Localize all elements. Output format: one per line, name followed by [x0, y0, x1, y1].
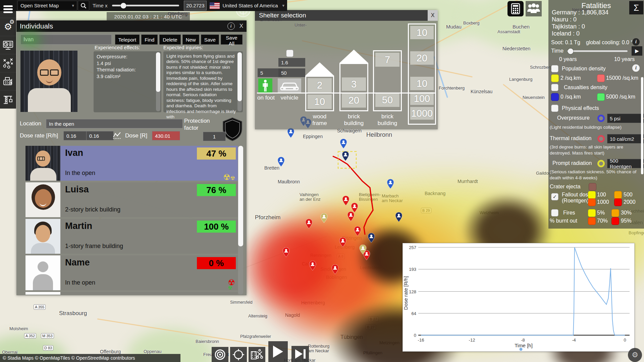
vehicle-speed-high-field[interactable]: 50 [278, 68, 305, 77]
prompt-select[interactable]: 500 Roentgen▾ [607, 159, 644, 168]
floor-cell[interactable]: 10 [410, 77, 434, 90]
statistics-button[interactable] [0, 36, 16, 54]
person-map-pin[interactable] [339, 237, 346, 247]
person-map-pin[interactable] [309, 261, 316, 271]
sum-button[interactable]: Σ [629, 1, 643, 14]
dose-chart-icon[interactable] [112, 131, 122, 140]
fires-checkbox[interactable] [551, 209, 558, 217]
teleport-button[interactable]: Teleport [115, 35, 140, 45]
skip-to-end-button[interactable] [291, 346, 309, 362]
scrollbar[interactable] [237, 52, 242, 111]
person-map-pin[interactable] [347, 212, 355, 222]
locate-button[interactable] [230, 347, 247, 362]
thermal-select[interactable]: 10 cal/cm2▾ [607, 134, 644, 143]
protection-factor-field[interactable]: 1 [203, 132, 226, 141]
fallout-2000-label: 2000 [624, 199, 636, 205]
person-map-pin[interactable] [340, 139, 347, 149]
list-scrollbar[interactable] [238, 146, 243, 295]
person-map-pin[interactable] [354, 226, 361, 236]
find-button[interactable]: Find [141, 35, 158, 45]
dose-field[interactable]: 430.01 [152, 131, 180, 140]
floor-cell[interactable]: 3 [342, 77, 366, 91]
person-map-pin[interactable] [342, 196, 350, 206]
time-multiplier-slider-handle[interactable] [121, 3, 126, 8]
dose-rate-field-2[interactable]: 0.16 [86, 131, 114, 140]
list-item-ivan[interactable]: Ivan In the open 47 % ☢☢ [25, 146, 238, 181]
floor-cell[interactable]: 7 [375, 53, 399, 67]
pedestrian-icon [261, 79, 269, 92]
sidebar-scrollbar[interactable] [641, 77, 643, 174]
close-button[interactable]: X [239, 23, 243, 29]
floor-cell[interactable]: 2 [308, 78, 332, 93]
person-map-pin[interactable] [305, 219, 313, 229]
list-scrollbar-thumb[interactable] [238, 146, 243, 246]
vehicle-checkbox[interactable] [286, 50, 293, 57]
vehicle-option[interactable] [278, 78, 301, 93]
population-density-checkbox[interactable] [551, 65, 558, 72]
person-map-pin[interactable] [342, 151, 349, 161]
construction-button[interactable] [0, 90, 16, 109]
population-button[interactable] [526, 1, 542, 16]
person-map-pin[interactable] [287, 128, 294, 138]
time-multiplier-value[interactable]: 20.2723 [184, 1, 207, 10]
basement-cell[interactable]: 50 [375, 93, 399, 107]
basement-cell[interactable]: 1000 [410, 107, 434, 120]
overpressure-select[interactable]: 5 psi▾ [607, 114, 644, 123]
person-map-pin[interactable] [359, 245, 367, 255]
search-button[interactable] [78, 1, 89, 10]
location-input[interactable] [46, 119, 183, 128]
list-item-luisa[interactable]: Luisa 2-story brick building 76 % [25, 182, 238, 217]
move-button[interactable]: Move [20, 35, 40, 45]
floor-cell[interactable]: 10 [410, 26, 434, 39]
person-map-pin[interactable] [387, 179, 394, 189]
info-icon[interactable]: i [632, 38, 640, 46]
physical-effects-checkbox[interactable] [551, 105, 558, 112]
time-multiplier-slider[interactable] [112, 5, 179, 6]
save-all-button[interactable]: Save All [221, 35, 243, 45]
list-item-unnamed[interactable]: Name In the open 0 % ☢☢ [25, 255, 238, 290]
person-map-pin[interactable] [320, 213, 328, 223]
person-map-pin[interactable] [331, 264, 339, 275]
clip-cut-button[interactable] [249, 347, 265, 362]
list-item-partial[interactable] [25, 292, 238, 295]
play-years-button[interactable]: ▶ [632, 46, 642, 56]
person-map-pin[interactable] [395, 212, 402, 222]
delete-button[interactable]: Delete [159, 35, 180, 45]
scrollbar-thumb[interactable] [237, 52, 242, 101]
soot-time-slider-handle[interactable] [568, 48, 574, 54]
fatalities-entry: Germany : 1,806,834 [552, 9, 608, 16]
basement-cell[interactable]: 100 [410, 92, 434, 105]
menu-button[interactable] [0, 0, 16, 18]
country-dropdown[interactable]: United States of America ▾ [222, 3, 287, 8]
report-editor-button[interactable] [0, 72, 16, 90]
map-tool-button[interactable]: ⚙ [628, 348, 642, 362]
on-foot-option[interactable] [258, 78, 272, 93]
close-button[interactable]: X [428, 10, 438, 21]
person-map-pin[interactable] [368, 233, 375, 243]
list-item-martin[interactable]: Martin 1-story frame building 100 % [25, 219, 238, 254]
vehicle-speed-low-field[interactable]: 1.6 [278, 58, 305, 67]
casualties-density-checkbox[interactable] [551, 84, 558, 91]
fallout-dose-checkbox[interactable]: ✓ [551, 193, 558, 200]
map-style-dropdown[interactable]: Open Street Map ▾ [17, 1, 77, 10]
info-icon[interactable]: i [632, 64, 640, 72]
floor-cell[interactable]: 20 [410, 51, 434, 65]
brick-building-1: 3 20 [339, 63, 368, 111]
save-button[interactable]: Save [201, 35, 219, 45]
new-button[interactable]: New [182, 35, 199, 45]
basement-cell[interactable]: 10 [308, 95, 332, 109]
settings-button[interactable]: ⚙⚙ [0, 18, 16, 36]
scrollbar-thumb[interactable] [156, 52, 160, 92]
dose-rate-field-1[interactable]: 0.16 [63, 131, 89, 140]
scrollbar[interactable] [156, 52, 160, 111]
play-button[interactable] [268, 341, 288, 362]
person-map-pin[interactable] [277, 157, 285, 167]
fallout-dose-label: Fallout dose [562, 192, 591, 198]
basement-cell[interactable]: 20 [342, 93, 366, 108]
person-map-pin[interactable] [282, 247, 290, 257]
info-icon[interactable]: i [227, 22, 235, 30]
ground-zero-button[interactable] [212, 347, 228, 362]
soot-time-slider[interactable] [567, 50, 628, 52]
calculator-button[interactable] [507, 1, 524, 16]
scenario-button[interactable] [0, 54, 16, 72]
